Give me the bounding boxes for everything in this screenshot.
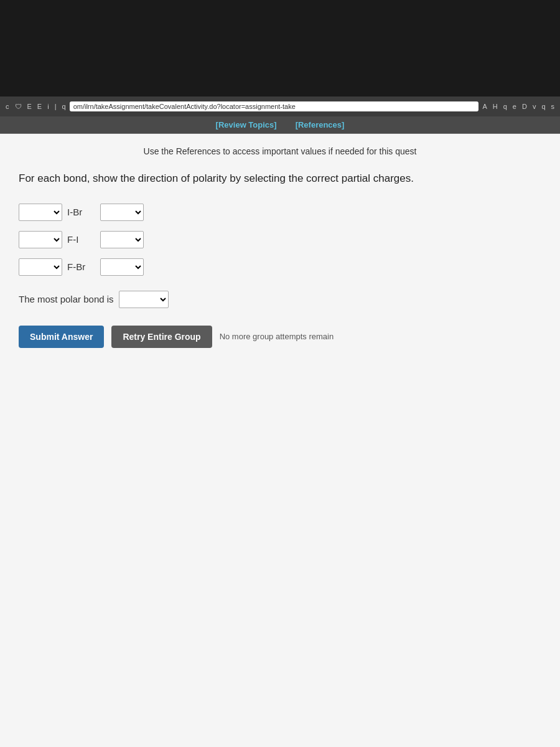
browser-icon-q3: q (539, 101, 547, 111)
reference-note: Use the References to access important v… (19, 146, 541, 156)
polar-bond-select[interactable]: I-Br F-I F-Br (119, 291, 169, 308)
bond-ibr-left-select[interactable]: δ+ δ- (19, 204, 62, 221)
review-topics-link[interactable]: [Review Topics] (216, 120, 277, 129)
references-link[interactable]: [References] (296, 120, 345, 129)
bond-row-fbr: δ+ δ- F-Br δ+ δ- (19, 258, 541, 276)
browser-content-area: [Review Topics] [References] Use the Ref… (0, 116, 560, 747)
browser-icon-q1: q (60, 101, 68, 111)
attempts-remaining-text: No more group attempts remain (220, 332, 334, 341)
browser-toolbar: c 🛡 E E i | q om/ilrn/takeAssignment/tak… (0, 96, 560, 116)
bond-ibr-label: I-Br (67, 207, 95, 217)
bond-row-ibr: δ+ δ- I-Br δ+ δ- (19, 204, 541, 221)
bond-fi-label: F-I (67, 234, 95, 245)
submit-answer-button[interactable]: Submit Answer (19, 326, 104, 348)
polar-bond-row: The most polar bond is I-Br F-I F-Br (19, 291, 541, 308)
browser-icon-h: H (491, 101, 500, 111)
polar-bond-label: The most polar bond is (19, 294, 114, 304)
retry-entire-group-button[interactable]: Retry Entire Group (111, 326, 212, 348)
browser-icon-e3: e (511, 101, 518, 111)
question-text: For each bond, show the direction of pol… (19, 171, 541, 186)
sub-header-bar: [Review Topics] [References] (0, 116, 560, 134)
bond-fbr-left-select[interactable]: δ+ δ- (19, 258, 62, 276)
button-row: Submit Answer Retry Entire Group No more… (19, 326, 541, 348)
browser-icon-e2: E (35, 101, 44, 111)
bond-row-fi: δ+ δ- F-I δ+ δ- (19, 231, 541, 248)
browser-icon-q2: q (502, 101, 509, 111)
browser-icon-d: D (520, 101, 529, 111)
browser-icon-a: A (480, 101, 488, 111)
bond-ibr-right-select[interactable]: δ+ δ- (100, 204, 144, 221)
desktop-background (0, 0, 560, 96)
bond-fbr-right-select[interactable]: δ+ δ- (100, 258, 144, 276)
browser-icon-shield: 🛡 (13, 101, 24, 111)
browser-icon-e1: E (26, 101, 34, 111)
bond-fi-left-select[interactable]: δ+ δ- (19, 231, 62, 248)
browser-icon-i: i (45, 101, 50, 111)
bond-fbr-label: F-Br (67, 261, 95, 272)
browser-icon-s: s (549, 101, 557, 111)
browser-icon-v: v (531, 101, 538, 111)
browser-icon-bar: | (53, 101, 58, 111)
address-bar[interactable]: om/ilrn/takeAssignment/takeCovalentActiv… (70, 101, 479, 111)
browser-icon-c: c (4, 101, 11, 111)
bond-fi-right-select[interactable]: δ+ δ- (100, 231, 144, 248)
page-content: Use the References to access important v… (0, 134, 560, 747)
